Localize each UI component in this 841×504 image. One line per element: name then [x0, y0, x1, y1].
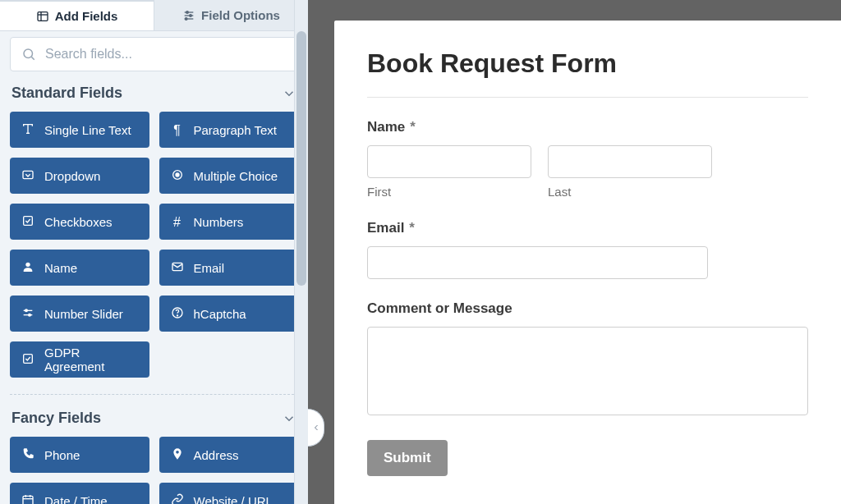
tab-field-options[interactable]: Field Options — [154, 0, 308, 30]
pin-icon — [171, 447, 184, 463]
svg-point-17 — [25, 262, 30, 266]
last-name-input[interactable] — [548, 145, 712, 178]
link-icon — [171, 493, 184, 505]
help-icon — [171, 306, 184, 322]
field-type-label: Dropdown — [44, 169, 100, 183]
form-title: Book Request Form — [367, 48, 808, 79]
sidebar-tabs: Add Fields Field Options — [0, 0, 308, 31]
last-name-sublabel: Last — [548, 185, 712, 199]
email-field-label: Email — [367, 220, 404, 236]
comment-textarea[interactable] — [367, 327, 808, 415]
field-type-date-time[interactable]: Date / Time — [10, 483, 149, 504]
section-fancy-title: Fancy Fields — [11, 410, 101, 427]
field-type-label: Paragraph Text — [194, 123, 277, 137]
field-type-paragraph-text[interactable]: ¶Paragraph Text — [159, 112, 299, 148]
form-canvas: Book Request Form Name * First Last Emai… — [334, 21, 841, 504]
svg-rect-16 — [24, 216, 33, 225]
section-divider — [10, 394, 298, 395]
check-icon — [21, 214, 34, 230]
svg-rect-25 — [24, 354, 33, 363]
field-type-label: Single Line Text — [44, 123, 131, 137]
calendar-icon — [21, 493, 34, 505]
add-fields-icon — [36, 10, 49, 23]
svg-point-4 — [186, 11, 189, 13]
comment-field-label: Comment or Message — [367, 300, 512, 317]
radio-icon — [171, 168, 184, 184]
field-type-gdpr-agreement[interactable]: GDPR Agreement — [10, 341, 149, 378]
slider-icon — [21, 306, 34, 322]
title-rule — [367, 97, 808, 98]
user-icon — [21, 260, 34, 276]
field-type-label: Multiple Choice — [194, 169, 278, 183]
svg-point-15 — [176, 173, 179, 176]
field-type-website-url[interactable]: Website / URL — [159, 483, 299, 504]
mail-icon — [171, 260, 184, 276]
field-email[interactable]: Email * — [367, 220, 808, 279]
field-type-label: Date / Time — [44, 494, 108, 505]
required-mark: * — [410, 119, 416, 135]
phone-icon — [21, 447, 34, 463]
sidebar: Add Fields Field Options Standard Fields… — [0, 0, 308, 504]
svg-point-20 — [25, 309, 28, 312]
dropdown-icon — [21, 168, 34, 184]
svg-point-9 — [24, 49, 33, 58]
field-name[interactable]: Name * First Last — [367, 119, 808, 199]
email-input[interactable] — [367, 246, 708, 279]
required-mark: * — [409, 220, 415, 236]
first-name-sublabel: First — [367, 185, 531, 199]
chevron-left-icon — [311, 423, 321, 433]
submit-button[interactable]: Submit — [367, 440, 448, 476]
svg-line-10 — [31, 57, 34, 59]
field-type-label: Numbers — [194, 215, 244, 229]
first-name-input[interactable] — [367, 145, 531, 178]
field-type-dropdown[interactable]: Dropdown — [10, 158, 149, 194]
field-type-label: GDPR Agreement — [44, 346, 138, 373]
svg-point-24 — [177, 314, 177, 315]
section-standard-fields: Standard Fields Single Line Text¶Paragra… — [0, 80, 308, 383]
search-input[interactable] — [10, 37, 298, 71]
section-standard-header[interactable]: Standard Fields — [10, 80, 298, 112]
field-type-label: Phone — [44, 448, 80, 462]
hash-icon: # — [171, 215, 184, 229]
field-options-icon — [182, 9, 195, 22]
field-type-label: hCaptcha — [194, 307, 246, 321]
field-type-number-slider[interactable]: Number Slider — [10, 296, 149, 332]
field-type-single-line-text[interactable]: Single Line Text — [10, 112, 149, 148]
svg-rect-26 — [23, 496, 33, 504]
field-type-label: Website / URL — [194, 494, 273, 505]
svg-point-22 — [29, 314, 31, 316]
tab-add-fields[interactable]: Add Fields — [0, 0, 154, 30]
sidebar-scrollbar[interactable] — [294, 0, 308, 504]
field-type-label: Address — [194, 448, 239, 462]
svg-point-8 — [185, 17, 187, 20]
field-type-checkboxes[interactable]: Checkboxes — [10, 204, 149, 240]
field-type-label: Number Slider — [44, 307, 123, 321]
tab-add-fields-label: Add Fields — [55, 9, 118, 23]
search-icon — [21, 47, 36, 62]
section-fancy-fields: Fancy Fields PhoneAddressDate / TimeWebs… — [0, 405, 308, 504]
svg-point-6 — [190, 14, 192, 16]
field-type-phone[interactable]: Phone — [10, 437, 149, 473]
section-standard-title: Standard Fields — [11, 85, 122, 102]
tab-field-options-label: Field Options — [201, 8, 280, 22]
svg-rect-0 — [38, 11, 48, 21]
form-preview-area: Book Request Form Name * First Last Emai… — [308, 0, 841, 504]
text-icon — [21, 122, 34, 138]
paragraph-icon: ¶ — [171, 123, 184, 137]
section-fancy-header[interactable]: Fancy Fields — [10, 405, 298, 437]
field-type-label: Name — [44, 261, 77, 275]
field-type-numbers[interactable]: #Numbers — [159, 204, 299, 240]
check-icon — [21, 352, 34, 368]
field-type-multiple-choice[interactable]: Multiple Choice — [159, 158, 299, 194]
search-field — [10, 37, 298, 71]
field-type-address[interactable]: Address — [159, 437, 299, 473]
field-type-label: Email — [194, 261, 225, 275]
field-type-label: Checkboxes — [44, 215, 113, 229]
svg-rect-13 — [23, 171, 33, 178]
field-type-hcaptcha[interactable]: hCaptcha — [159, 296, 299, 332]
field-comment[interactable]: Comment or Message — [367, 300, 808, 419]
field-type-name[interactable]: Name — [10, 250, 149, 286]
name-field-label: Name — [367, 119, 405, 135]
field-type-email[interactable]: Email — [159, 250, 299, 286]
